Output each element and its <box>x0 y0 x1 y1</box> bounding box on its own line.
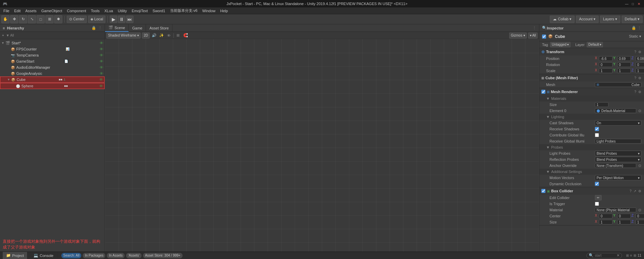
size-field[interactable]: 1 <box>595 102 608 107</box>
scene-tab[interactable]: 🎬 Scene <box>105 24 129 32</box>
close-button[interactable]: ✕ <box>637 1 641 6</box>
bottom-icon-1[interactable]: ⊞ <box>626 254 629 257</box>
gizmos-dropdown[interactable]: Gizmos ▾ <box>509 33 527 39</box>
eye-icon[interactable]: 👁 <box>100 65 103 69</box>
menu-item-emojitext[interactable]: EmojiText <box>130 7 150 14</box>
hierarchy-item-audioeditormanager[interactable]: ▶ 📦 AudioEditorManager 👁 <box>0 64 105 70</box>
eye-icon[interactable]: 👁 <box>100 71 103 75</box>
material-field[interactable]: None (Physic Material <box>595 208 636 212</box>
element0-select-icon[interactable]: ⊙ <box>638 109 641 113</box>
element0-field[interactable]: ⬤ Default-Material <box>595 108 636 113</box>
move-tool-button[interactable]: ✥ <box>10 15 18 23</box>
hierarchy-item-sphere[interactable]: ▶ ⚪ Sphere ■■ 👁 <box>0 83 105 89</box>
step-button[interactable]: ⏭ <box>126 16 133 23</box>
shading-mode-dropdown[interactable]: Shaded Wireframe ▾ <box>106 33 141 39</box>
collider-size-x-field[interactable]: 1 <box>599 220 612 224</box>
scene-view[interactable]: Y X ⟨Persp <box>105 39 539 252</box>
motion-vectors-dropdown[interactable]: Per Object Motion ▾ <box>595 175 641 180</box>
hierarchy-item-googleanalysic[interactable]: ▶ 📦 GoogleAnalysic 👁 <box>0 70 105 77</box>
hierarchy-item-gamestart[interactable]: ▶ 📦 GameStart 📄 👁 <box>0 58 105 64</box>
audio-toggle[interactable]: 🔊 <box>151 33 157 39</box>
account-button[interactable]: Account ▾ <box>576 16 599 23</box>
inspector-menu-icon[interactable]: ⋮ <box>638 26 641 30</box>
layers-button[interactable]: Layers ▾ <box>600 16 620 23</box>
snap-toggle[interactable]: 🧲 <box>183 33 189 39</box>
search-clear-icon[interactable]: ✕ <box>617 253 620 258</box>
static-dropdown[interactable]: Static ▾ <box>629 34 641 39</box>
all-dropdown[interactable]: ▾ All <box>528 33 538 39</box>
center-z-field[interactable]: 0 <box>636 214 644 218</box>
center-x-field[interactable]: 0 <box>599 214 612 218</box>
scale-z-field[interactable]: 1 <box>636 68 644 73</box>
layout-button[interactable]: Default ▾ <box>622 16 643 23</box>
is-trigger-checkbox[interactable] <box>595 202 599 206</box>
eye-icon[interactable]: 👁 <box>99 78 103 82</box>
transform-settings-icon[interactable]: ⚙ <box>638 50 642 54</box>
asset-store-tab[interactable]: Asset Store <box>146 24 172 32</box>
mesh-renderer-header[interactable]: ⊞ Mesh Renderer ? ⚙ <box>539 88 644 95</box>
collider-size-z-field[interactable]: 1 <box>636 220 644 224</box>
2d-toggle[interactable]: 2D <box>142 33 150 39</box>
mesh-renderer-settings-icon[interactable]: ⚙ <box>638 90 642 94</box>
mesh-field[interactable]: ⊞ Cube <box>595 82 641 87</box>
custom-tool-button[interactable]: ✱ <box>54 15 62 23</box>
mesh-renderer-help-button[interactable]: ? <box>633 90 637 94</box>
asset-store-pill[interactable]: Asset Store: 304 / 999+ <box>143 253 183 258</box>
box-collider-enabled-checkbox[interactable] <box>541 189 545 193</box>
eye-icon[interactable]: 👁 <box>100 47 103 51</box>
menu-item-file[interactable]: File <box>1 7 12 14</box>
receive-shadows-checkbox[interactable] <box>595 127 599 131</box>
in-packages-pill[interactable]: In Packages <box>83 253 105 258</box>
transform-header[interactable]: ⊕ Transform ? ⚙ <box>539 48 644 56</box>
in-assets-pill[interactable]: In Assets <box>107 253 125 258</box>
box-collider-help-button[interactable]: ? <box>629 189 632 193</box>
rotation-x-field[interactable]: 0 <box>599 62 612 67</box>
scale-y-field[interactable]: 1 <box>617 68 631 73</box>
mesh-filter-header[interactable]: ⊞ Cube (Mesh Filter) ? ⚙ <box>539 74 644 82</box>
scale-x-field[interactable]: 1 <box>599 68 612 73</box>
dynamic-occlusion-checkbox[interactable] <box>595 182 599 186</box>
menu-item-edit[interactable]: Edit <box>12 7 23 14</box>
collab-button[interactable]: ☁ Collab ▾ <box>550 16 575 23</box>
mesh-renderer-enabled-checkbox[interactable] <box>541 90 545 94</box>
grid-toggle[interactable]: ⊞ <box>175 33 181 39</box>
reflection-probes-dropdown[interactable]: Blend Probes ▾ <box>595 157 641 162</box>
hierarchy-add-button[interactable]: + <box>1 34 5 37</box>
position-z-field[interactable]: 6.08 <box>636 56 644 61</box>
mesh-filter-settings-icon[interactable]: ⚙ <box>638 76 642 80</box>
eye-icon[interactable]: 👁 <box>100 53 103 57</box>
search-all-pill[interactable]: Search: All <box>61 253 82 258</box>
menu-item-gameobject[interactable]: GameObject <box>39 7 64 14</box>
menu-item-sword1[interactable]: Sword1 <box>150 7 167 14</box>
rotation-y-field[interactable]: 0 <box>617 62 631 67</box>
menu-item-tools[interactable]: Tools <box>89 7 102 14</box>
transform-help-button[interactable]: ? <box>633 50 637 54</box>
inspector-lock-icon[interactable]: 🔒 <box>631 26 636 30</box>
hierarchy-item-cube[interactable]: ▼ 📦 Cube ■■ 1 👁 <box>0 77 105 83</box>
position-x-field[interactable]: -6.6 <box>599 56 612 61</box>
layer-dropdown[interactable]: Default ▾ <box>587 42 603 47</box>
object-active-checkbox[interactable] <box>542 35 546 39</box>
project-tab[interactable]: 📁 Project <box>3 252 27 259</box>
cast-shadows-dropdown[interactable]: On ▾ <box>595 120 641 126</box>
viewport-tabs-more[interactable]: ⋮ <box>530 26 539 30</box>
tag-dropdown[interactable]: Untagged ▾ <box>550 42 570 47</box>
menu-item-xlua[interactable]: XLua <box>102 7 115 14</box>
collider-size-y-field[interactable]: 1 <box>617 220 631 224</box>
box-collider-expand-icon[interactable]: ↗ <box>633 189 637 193</box>
hierarchy-item-start[interactable]: ▼ 🎬 Start* 👁 <box>0 40 105 46</box>
scale-tool-button[interactable]: ⤡ <box>28 15 36 23</box>
hierarchy-item-fpscounter[interactable]: ▶ 📦 FPSCounter 📊 👁 <box>0 46 105 52</box>
eye-icon[interactable]: 👁 <box>99 84 103 88</box>
menu-item-当前版本分支-v6[interactable]: 当前版本分支-v6 <box>168 7 200 14</box>
minimize-button[interactable]: — <box>624 1 629 6</box>
edit-collider-button[interactable]: ✏ <box>595 195 602 200</box>
anchor-select-icon[interactable]: ⊙ <box>638 164 641 168</box>
pause-button[interactable]: ⏸ <box>118 16 125 23</box>
transform-tool-button[interactable]: ⊞ <box>45 15 54 23</box>
menu-item-assets[interactable]: Assets <box>23 7 39 14</box>
assets-folder-pill[interactable]: 'Assets' <box>126 253 142 258</box>
scene-visibility-toggle[interactable]: 👁 <box>166 33 172 39</box>
menu-item-help[interactable]: Help <box>218 7 230 14</box>
hand-tool-button[interactable]: ✋ <box>1 15 9 23</box>
